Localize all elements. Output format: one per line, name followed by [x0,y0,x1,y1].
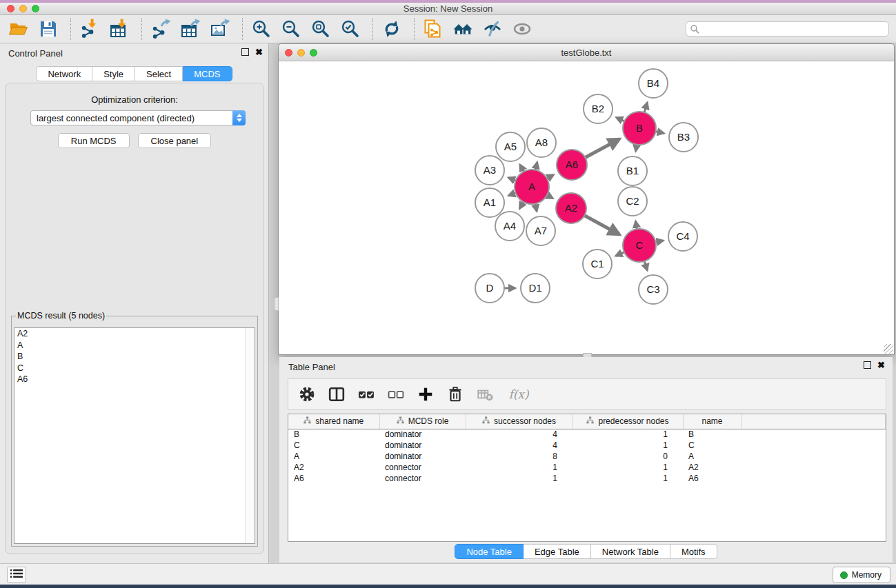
function-builder-icon: f(x) [506,386,531,403]
column-header-predecessor-nodes[interactable]: predecessor nodes [573,414,683,429]
table-cell[interactable]: B [683,429,741,440]
table-cell[interactable]: 1 [466,462,573,473]
table-row[interactable]: Bdominator41B [288,429,886,440]
table-row[interactable]: A2connector11A2 [288,462,886,473]
table-cell[interactable]: 1 [466,473,573,484]
mcds-result-item[interactable]: C [14,363,255,374]
network-view-window: testGlobe.txt B4B2BB3A8A5A6B1A3AC2A1A2A4… [278,43,895,355]
table-cell[interactable]: dominator [379,451,466,462]
table-cell[interactable]: A6 [683,473,741,484]
table-cell[interactable]: 1 [573,429,683,440]
optimization-criterion-select[interactable]: largest connected component (directed) [30,110,246,125]
close-panel-icon[interactable]: ✖ [255,48,263,56]
column-header-MCDS-role[interactable]: MCDS role [379,414,466,429]
column-tree-icon [482,416,490,426]
column-header-name[interactable]: name [683,414,741,429]
table-cell[interactable]: A2 [288,462,379,473]
select-all-rows-icon[interactable] [358,386,375,403]
mcds-result-item[interactable]: A6 [14,374,255,385]
list-scrollbar[interactable] [245,328,255,543]
open-session-icon[interactable] [8,19,29,39]
table-cell[interactable]: 1 [573,440,683,451]
zoom-selected-icon[interactable] [340,19,361,39]
table-row[interactable]: Cdominator41C [288,440,886,451]
control-panel-tabs: NetworkStyleSelectMCDS [0,66,268,81]
graph-node-label: A3 [484,164,496,176]
search-input[interactable] [686,21,889,37]
table-cell[interactable]: C [683,440,741,451]
table-cell[interactable]: connector [379,462,466,473]
network-canvas[interactable]: B4B2BB3A8A5A6B1A3AC2A1A2A4A7C4CC1C3DD1 [279,61,894,354]
network-from-file-icon[interactable] [423,19,444,39]
tab-node-table[interactable]: Node Table [455,544,524,559]
split-divider-handle[interactable] [274,297,279,311]
close-table-panel-icon[interactable]: ✖ [877,361,885,369]
table-cell[interactable]: connector [379,473,466,484]
table-row[interactable]: A6connector11A6 [288,473,886,484]
table-cell[interactable]: A [683,451,741,462]
graph-node-label: A [528,181,535,192]
table-settings-gear-icon[interactable] [299,386,315,403]
table-panel-title: Table Panel [288,362,335,372]
export-image-icon[interactable] [210,19,230,39]
home-icon[interactable] [452,19,473,39]
table-cell[interactable]: B [288,429,379,440]
tab-select[interactable]: Select [135,66,183,81]
tab-motifs[interactable]: Motifs [670,544,717,559]
mcds-result-item[interactable]: A [14,340,255,352]
import-table-icon[interactable] [109,19,130,39]
table-cell[interactable]: A [288,451,379,462]
export-network-icon[interactable] [150,19,171,39]
table-cell[interactable]: 4 [466,429,573,440]
graph-node-label: D [486,282,494,294]
tab-edge-table[interactable]: Edge Table [524,544,591,559]
tab-mcds[interactable]: MCDS [183,66,232,81]
table-cell[interactable]: A6 [288,473,379,484]
import-network-icon[interactable] [79,19,100,39]
table-cell[interactable]: dominator [379,440,466,451]
zoom-in-icon[interactable] [251,19,272,39]
mcds-result-item[interactable]: B [14,351,255,363]
show-columns-icon[interactable] [328,386,345,403]
hide-graphics-details-icon[interactable] [482,19,503,39]
tab-network-table[interactable]: Network Table [591,544,670,559]
mcds-result-item[interactable]: A2 [14,328,255,340]
table-cell[interactable]: dominator [379,429,466,440]
mcds-result-title: MCDS result (5 nodes) [16,311,106,321]
zoom-fit-icon[interactable] [310,19,331,39]
save-session-icon[interactable] [38,19,59,39]
add-column-icon[interactable] [417,386,434,403]
memory-status-button[interactable]: Memory [833,567,890,583]
table-cell[interactable]: A2 [683,462,741,473]
run-mcds-button[interactable]: Run MCDS [58,133,130,148]
export-table-icon[interactable] [180,19,201,39]
toolbar-separator [242,18,243,40]
table-cell[interactable]: 4 [466,440,573,451]
deselect-all-rows-icon[interactable] [388,386,404,403]
delete-columns-icon[interactable] [447,386,464,403]
float-panel-icon[interactable] [241,48,249,56]
close-panel-button[interactable]: Close panel [138,133,212,148]
column-header-shared-name[interactable]: shared name [288,414,379,429]
task-history-button[interactable] [7,567,26,583]
tab-style[interactable]: Style [92,66,135,81]
column-tree-icon [586,416,594,426]
zoom-out-icon[interactable] [281,19,301,39]
float-table-panel-icon[interactable] [864,361,871,369]
show-graphics-details-icon[interactable] [512,19,532,39]
table-row[interactable]: Adominator80A [288,451,886,462]
tab-network[interactable]: Network [36,66,92,81]
window-resize-grip[interactable] [884,344,893,354]
mcds-result-list[interactable]: A2ABCA6 [14,327,255,544]
table-cell[interactable]: 1 [573,462,683,473]
select-stepper-icon [232,110,246,125]
table-cell[interactable]: 0 [573,451,683,462]
table-cell[interactable]: C [288,440,379,451]
graph-node-label: D1 [528,282,541,294]
table-cell[interactable]: 8 [466,451,573,462]
refresh-icon[interactable] [381,19,402,39]
memory-ok-icon [840,571,848,579]
network-window-titlebar[interactable]: testGlobe.txt [279,44,894,61]
table-cell[interactable]: 1 [573,473,683,484]
column-header-successor-nodes[interactable]: successor nodes [466,414,573,429]
